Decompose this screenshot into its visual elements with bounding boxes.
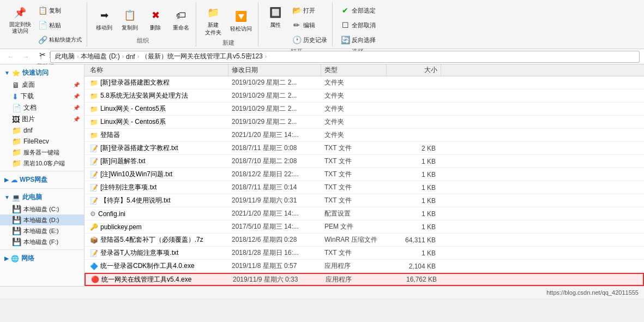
toolbar-select-buttons: ✔ 全部选定 ☐ 全部取消 🔄 反向选择 [337,3,378,47]
file-icon: 📁 [90,132,98,139]
table-row[interactable]: 📁 5.8系统无法安装网关处理方法 2019/10/29 星期二 2... 文件… [85,90,644,103]
sidebar-item-server[interactable]: 📁 服务器一键端 [0,147,84,158]
file-date-cell: 2018/12/2 星期日 22:... [228,170,321,179]
table-row[interactable]: ⚙ Config.ini 2021/1/20 星期三 14:... 配置设置 1… [85,207,644,220]
file-name-cell: 🔷 统一登录器CDK制作工具4.0.exe [87,261,228,271]
table-row[interactable]: 📁 登陆器 2021/1/20 星期三 14:... 文件夹 [85,129,644,142]
table-row[interactable]: 📝 登录器T人功能注意事项.txt 2018/1/28 星期日 16:... T… [85,247,644,260]
delete-icon: ✖ [148,8,163,23]
file-name: 登录器T人功能注意事项.txt [100,248,178,258]
select-all-label: 全部选定 [352,7,376,15]
select-none-button[interactable]: ☐ 全部取消 [337,18,378,32]
properties-button[interactable]: 🔲 属性 [263,3,288,31]
edit-button[interactable]: ✏ 编辑 [288,18,330,32]
delete-button[interactable]: ✖ 删除 [143,3,168,36]
sidebar-section-thispc[interactable]: ▼ 💻 此电脑 [0,191,84,204]
sidebar-section-quick-access[interactable]: ▼ ⭐ 快速访问 [0,67,84,79]
copyto-button[interactable]: 📋 复制到 [117,3,142,36]
paste-button[interactable]: 📄 粘贴 [34,18,85,32]
table-row[interactable]: 🔑 publickey.pem 2017/5/10 星期三 14:... PEM… [85,220,644,234]
file-type-cell: WinRAR 压缩文件 [321,235,387,245]
paste-shortcut-icon: 🔗 [37,34,48,45]
file-name: 5.8系统无法安装网关处理方法 [100,91,188,100]
toolbar-organize-buttons: ➡ 移动到 📋 复制到 ✖ 删除 🏷 重命名 [92,3,194,36]
wps-label: WPS网盘 [20,175,47,184]
file-name: 登陆器 [100,130,120,140]
sidebar-item-client[interactable]: 📁 黑岩10.0客户端 [0,158,84,169]
rename-button[interactable]: 🏷 重命名 [168,3,194,36]
file-icon: 🔷 [90,263,98,270]
sidebar-item-desktop[interactable]: 🖥 桌面 📌 [0,79,84,91]
toolbar: 📌 固定到快速访问 📋 复制 📄 粘贴 🔗 粘贴快捷方式 ✂ [0,0,644,49]
back-button[interactable]: ← [4,51,16,63]
col-header-date[interactable]: 修改日期 [228,64,321,76]
sidebar-item-f[interactable]: 💾 本地磁盘 (F:) [0,236,84,247]
sidebar-section-wps[interactable]: ▶ ☁ WPS网盘 [0,174,84,186]
file-name-cell: 📁 Linux网关 - Centos6系 [87,117,228,127]
new-folder-button[interactable]: 📁 新建文件夹 [201,3,226,38]
col-header-type[interactable]: 类型 [321,64,387,76]
table-row[interactable]: 📝 [新]登录器搭建文字教程.txt 2018/7/11 星期三 0:08 TX… [85,142,644,155]
statusbar-url: https://blog.csdn.net/qq_42011555 [546,289,639,296]
properties-icon: 🔲 [268,5,283,20]
history-button[interactable]: 🕐 历史记录 [288,33,330,47]
dnf-folder-icon: 📁 [12,126,21,135]
table-row[interactable]: 📁 Linux网关 - Centos5系 2019/10/29 星期二 2...… [85,103,644,116]
sidebar-item-documents[interactable]: 📄 文档 📌 [0,102,84,114]
file-icon: 📝 [90,158,98,165]
file-size-cell: 1 KB [387,171,441,178]
copy-button[interactable]: 📋 复制 [34,3,85,17]
c-drive-icon: 💾 [12,205,21,213]
path-part-d: 本地磁盘 (D:) [81,52,119,61]
table-row[interactable]: 📝 [注特别注意事项.txt 2018/7/11 星期三 0:14 TXT 文件… [85,181,644,194]
quick-access-icon: ⭐ [12,69,20,77]
downloads-icon: ⬇ [12,92,19,101]
table-row[interactable]: 🔴 统一网关在线管理工具v5.4.exe 2019/11/9 星期六 0:33 … [85,273,644,286]
address-path[interactable]: 此电脑 › 本地磁盘 (D:) › dnf › （最新）统一网关在线管理工具v5… [50,51,640,63]
col-header-name[interactable]: 名称 [87,64,228,76]
table-row[interactable]: 📝 【待弃】5.4使用说明.txt 2019/11/9 星期六 0:31 TXT… [85,194,644,207]
table-row[interactable]: 📝 [新]问题解答.txt 2018/7/10 星期二 2:08 TXT 文件 … [85,155,644,168]
paste-shortcut-button[interactable]: 🔗 粘贴快捷方式 [34,33,85,47]
rename-label: 重命名 [173,24,189,32]
open-button[interactable]: 📂 打开 [288,3,330,17]
invert-select-button[interactable]: 🔄 反向选择 [337,33,378,47]
table-row[interactable]: 📝 [注]Win10及Win7问题.txt 2018/12/2 星期日 22:.… [85,168,644,181]
file-type-cell: TXT 文件 [321,144,387,153]
sidebar-item-c[interactable]: 💾 本地磁盘 (C:) [0,204,84,214]
toolbar-new-buttons: 📁 新建文件夹 🔽 轻松访问 [201,3,256,38]
file-type-cell: TXT 文件 [321,170,387,179]
move-button[interactable]: ➡ 移动到 [92,3,117,36]
documents-icon: 📄 [12,104,21,112]
file-date-cell: 2021/1/20 星期三 14:... [228,130,321,140]
file-date-cell: 2018/12/6 星期四 0:28 [228,235,321,245]
file-name-cell: 📁 Linux网关 - Centos5系 [87,104,228,114]
sidebar-item-d[interactable]: 💾 本地磁盘 (D:) [0,214,84,225]
sidebar-item-downloads[interactable]: ⬇ 下载 📌 [0,91,84,102]
sidebar-item-dnf[interactable]: 📁 dnf [0,125,84,136]
up-button[interactable]: ↑ [35,51,47,63]
file-name: [新]登录器搭建图文教程 [100,78,170,87]
sidebar-item-e[interactable]: 💾 本地磁盘 (E:) [0,225,84,236]
table-row[interactable]: 📦 登陆器5.4配套补丁（必须覆盖）.7z 2018/12/6 星期四 0:28… [85,234,644,247]
sidebar-item-filerecv[interactable]: 📁 FileRecv [0,136,84,147]
file-icon: 📝 [90,197,98,205]
table-row[interactable]: 📁 Linux网关 - Centos6系 2019/10/29 星期二 2...… [85,116,644,129]
paste-shortcut-label: 粘贴快捷方式 [49,36,82,44]
easy-access-button[interactable]: 🔽 轻松访问 [226,3,256,38]
file-name: 统一登录器CDK制作工具4.0.exe [100,261,195,271]
select-all-button[interactable]: ✔ 全部选定 [337,3,378,17]
downloads-pin: 📌 [73,93,80,99]
pictures-label: 图片 [22,115,35,124]
sidebar-item-pictures[interactable]: 🖼 图片 📌 [0,114,84,125]
table-row[interactable]: 📁 [新]登录器搭建图文教程 2019/10/29 星期二 2... 文件夹 [85,76,644,90]
pin-button[interactable]: 📌 固定到快速访问 [7,3,34,36]
forward-button[interactable]: → [20,51,32,63]
file-date-cell: 2019/11/9 星期六 0:33 [230,275,322,284]
sidebar-section-network[interactable]: ▶ 🌐 网络 [0,252,84,265]
table-row[interactable]: 🔷 统一登录器CDK制作工具4.0.exe 2019/11/8 星期五 0:57… [85,260,644,273]
file-icon: 📝 [90,249,98,257]
col-header-size[interactable]: 大小 [387,64,441,76]
file-icon: 📁 [90,79,98,87]
file-type-cell: PEM 文件 [321,222,387,231]
